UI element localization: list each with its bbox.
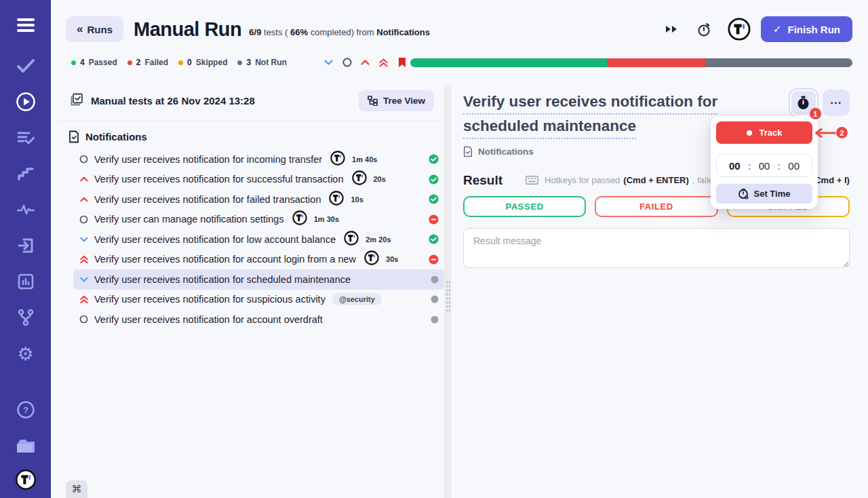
priority-high-icon bbox=[79, 176, 89, 182]
more-options-button[interactable]: ... bbox=[823, 90, 850, 116]
branch-icon[interactable] bbox=[16, 309, 36, 326]
annotation-arrow-2: 2 bbox=[814, 127, 848, 138]
test-row[interactable]: Verify user receives notification for ac… bbox=[73, 250, 444, 270]
panel-resizer[interactable] bbox=[444, 85, 452, 498]
failed-button[interactable]: FAILED bbox=[595, 196, 717, 217]
result-heading: Result bbox=[463, 173, 502, 188]
bookmark-icon[interactable] bbox=[397, 57, 408, 68]
priority-low-icon bbox=[79, 237, 89, 242]
status-passed-icon bbox=[429, 194, 439, 204]
check-icon[interactable] bbox=[16, 57, 36, 75]
test-row[interactable]: Verify user receives notification for in… bbox=[73, 149, 444, 170]
chevron-down-icon[interactable] bbox=[323, 57, 334, 68]
testomat-header-logo[interactable] bbox=[728, 18, 751, 41]
suite-folder-row[interactable]: Notifications bbox=[58, 121, 444, 149]
fast-forward-icon[interactable] bbox=[664, 22, 679, 37]
double-chevron-up-icon[interactable] bbox=[378, 57, 389, 68]
test-row[interactable]: Verify user receives notification for su… bbox=[73, 170, 444, 190]
hours-value: 00 bbox=[729, 160, 741, 172]
tree-view-button[interactable]: Tree View bbox=[359, 90, 434, 111]
arrow-left-icon bbox=[814, 128, 836, 138]
status-notrun-icon bbox=[431, 275, 439, 284]
test-row[interactable]: Verify user receives notification for sc… bbox=[73, 269, 444, 290]
file-icon bbox=[68, 130, 79, 143]
record-dot-icon bbox=[747, 130, 752, 136]
run-title: Manual tests at 26 Nov 2024 13:28 bbox=[91, 95, 255, 107]
command-key-button[interactable]: ⌘ bbox=[66, 480, 87, 498]
set-time-button[interactable]: Set Time bbox=[716, 184, 812, 204]
sidebar: ⚙ ? bbox=[0, 0, 51, 498]
test-row[interactable]: Verify user receives notification for fa… bbox=[73, 189, 444, 210]
test-list: Verify user receives notification for in… bbox=[73, 149, 444, 330]
progress-segment-failed bbox=[607, 58, 705, 67]
chevron-up-icon[interactable] bbox=[360, 57, 371, 68]
test-row[interactable]: Verify user receives notification for lo… bbox=[73, 229, 444, 250]
timer-restart-icon[interactable] bbox=[696, 22, 711, 37]
bar-chart-icon[interactable] bbox=[16, 273, 36, 290]
back-chevrons-icon: « bbox=[77, 22, 81, 36]
folder-icon[interactable] bbox=[16, 437, 36, 455]
status-dot-icon bbox=[237, 60, 242, 65]
testomat-logo[interactable] bbox=[16, 471, 36, 489]
passed-button[interactable]: PASSED bbox=[463, 196, 586, 217]
back-label: Runs bbox=[87, 24, 113, 35]
play-circle-icon[interactable] bbox=[16, 93, 36, 111]
file-icon bbox=[463, 146, 473, 157]
test-name: Verify user can manage notification sett… bbox=[94, 214, 284, 225]
status-passed-icon bbox=[429, 234, 439, 244]
steps-icon[interactable] bbox=[16, 165, 36, 183]
test-row[interactable]: Verify user can manage notification sett… bbox=[73, 210, 444, 230]
tree-view-icon bbox=[368, 96, 378, 106]
page-title: Manual Run bbox=[134, 18, 241, 41]
status-passed-icon bbox=[429, 174, 439, 185]
resizer-grip-icon bbox=[446, 280, 450, 311]
main-content: « Runs Manual Run 6/9 tests ( 66% comple… bbox=[51, 0, 868, 498]
test-tag[interactable]: @security bbox=[332, 293, 382, 305]
test-name: Verify user receives notification for su… bbox=[94, 294, 326, 305]
result-message-input[interactable] bbox=[463, 228, 850, 268]
status-count-skipped[interactable]: 0 Skipped bbox=[178, 58, 227, 67]
track-button[interactable]: Track bbox=[716, 121, 812, 144]
progress-segment-not-run bbox=[705, 58, 852, 67]
status-notrun-icon bbox=[431, 315, 439, 324]
login-icon[interactable] bbox=[16, 237, 36, 254]
pulse-icon[interactable] bbox=[16, 201, 36, 218]
menu-icon[interactable] bbox=[16, 16, 36, 34]
testomat-mini-logo bbox=[329, 191, 344, 208]
test-row[interactable]: Verify user receives notification for ac… bbox=[73, 309, 444, 330]
seconds-value: 00 bbox=[788, 160, 800, 172]
status-count-failed[interactable]: 2 Failed bbox=[127, 58, 168, 67]
priority-filters bbox=[323, 57, 408, 68]
test-row[interactable]: Verify user receives notification for su… bbox=[73, 290, 444, 310]
status-failed-icon bbox=[429, 254, 439, 265]
breadcrumb-label: Notifications bbox=[478, 147, 534, 157]
finish-run-button[interactable]: ✓ Finish Run bbox=[761, 16, 852, 42]
status-failed-icon bbox=[429, 214, 439, 225]
test-name: Verify user receives notification for sc… bbox=[94, 274, 351, 285]
back-to-runs-button[interactable]: « Runs bbox=[66, 16, 123, 42]
annotation-badge-2: 2 bbox=[836, 127, 848, 138]
time-display[interactable]: 00 : 00 : 00 bbox=[716, 154, 812, 177]
status-dot-icon bbox=[178, 60, 183, 65]
priority-none-icon bbox=[79, 215, 89, 224]
run-checklist-icon bbox=[71, 93, 83, 109]
help-icon[interactable]: ? bbox=[16, 401, 36, 419]
timer-button[interactable]: 1 bbox=[790, 90, 817, 116]
test-duration: 1m 30s bbox=[314, 215, 339, 223]
finish-run-label: Finish Run bbox=[788, 24, 841, 35]
testomat-mini-logo bbox=[292, 210, 307, 228]
priority-low-icon bbox=[79, 277, 89, 282]
testomat-mini-logo bbox=[352, 170, 367, 188]
testomat-mini-logo bbox=[364, 250, 379, 268]
circle-icon[interactable] bbox=[342, 57, 353, 68]
run-progress-subtitle: 6/9 tests ( 66% completed) from Notifica… bbox=[249, 27, 430, 37]
list-check-icon[interactable] bbox=[16, 129, 36, 147]
test-duration: 2m 20s bbox=[366, 235, 391, 244]
status-counts: 4 Passed 2 Failed 0 Skipped 3 Not Run bbox=[71, 58, 287, 67]
test-name: Verify user receives notification for ac… bbox=[94, 254, 356, 265]
gear-icon[interactable]: ⚙ bbox=[16, 345, 36, 362]
status-count-not-run[interactable]: 3 Not Run bbox=[237, 58, 286, 67]
stopwatch-gear-icon bbox=[738, 189, 749, 199]
status-count-passed[interactable]: 4 Passed bbox=[71, 58, 117, 67]
priority-none-icon bbox=[79, 155, 89, 164]
